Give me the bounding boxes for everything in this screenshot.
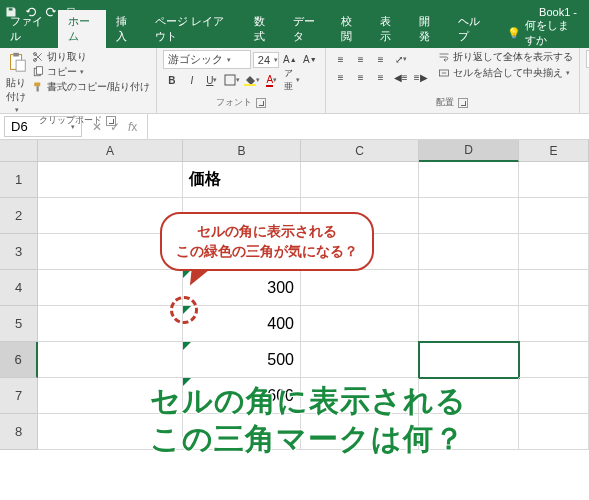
cell-d1[interactable] [419, 162, 519, 198]
font-size-value: 24 [258, 54, 270, 66]
group-font: 游ゴシック▾ 24▾ A▲ A▼ B I U▾ ▾ ▾ A▾ ア亜▾ フォント [157, 48, 326, 113]
paste-dropdown-icon[interactable]: ▾ [15, 106, 19, 114]
row-header-5[interactable]: 5 [0, 306, 38, 342]
col-header-c[interactable]: C [301, 140, 419, 162]
paste-button[interactable]: 貼り付け ▾ [6, 50, 28, 114]
cell-a4[interactable] [38, 270, 183, 306]
copy-dropdown-icon[interactable]: ▾ [80, 68, 84, 76]
align-left-button[interactable]: ≡ [332, 68, 350, 86]
group-alignment: ≡ ≡ ≡ ⤢▾ ≡ ≡ ≡ ◀≡ ≡▶ 折り返して全体を表示する [326, 48, 580, 113]
tab-developer[interactable]: 開発 [409, 10, 448, 48]
underline-button[interactable]: U▾ [203, 71, 221, 89]
italic-button[interactable]: I [183, 71, 201, 89]
clipboard-dialog-launcher[interactable] [106, 116, 116, 126]
align-center-button[interactable]: ≡ [352, 68, 370, 86]
tab-data[interactable]: データ [283, 10, 331, 48]
callout-bubble: セルの角に表示される この緑色の三角が気になる？ [160, 212, 374, 271]
align-right-button[interactable]: ≡ [372, 68, 390, 86]
cell-a6[interactable] [38, 342, 183, 378]
alignment-dialog-launcher[interactable] [458, 98, 468, 108]
wrap-text-button[interactable]: 折り返して全体を表示する [438, 50, 573, 64]
cell-a5[interactable] [38, 306, 183, 342]
cell-a1[interactable] [38, 162, 183, 198]
lightbulb-icon: 💡 [507, 27, 521, 40]
orientation-button[interactable]: ⤢▾ [392, 50, 410, 68]
row-header-8[interactable]: 8 [0, 414, 38, 450]
cell-b6-value: 500 [267, 351, 294, 369]
cell-b5[interactable]: 400 [183, 306, 301, 342]
tab-page-layout[interactable]: ページ レイアウト [145, 10, 244, 48]
tab-formulas[interactable]: 数式 [244, 10, 283, 48]
font-name-select[interactable]: 游ゴシック▾ [163, 50, 251, 69]
cell-b6[interactable]: 500 [183, 342, 301, 378]
cell-d6[interactable] [419, 342, 519, 378]
col-header-e[interactable]: E [519, 140, 589, 162]
cell-e2[interactable] [519, 198, 589, 234]
tab-insert[interactable]: 挿入 [106, 10, 145, 48]
cell-e6[interactable] [519, 342, 589, 378]
tell-me-search[interactable]: 💡 何をしますか [497, 18, 589, 48]
overlay-headline: セルの角に表示される この三角マークは何？ [150, 382, 467, 457]
cell-d3[interactable] [419, 234, 519, 270]
cell-e3[interactable] [519, 234, 589, 270]
bold-button[interactable]: B [163, 71, 181, 89]
cell-c4[interactable] [301, 270, 419, 306]
font-dialog-launcher[interactable] [256, 98, 266, 108]
bucket-icon [244, 74, 256, 86]
cell-b4-value: 300 [267, 279, 294, 297]
tab-view[interactable]: 表示 [370, 10, 409, 48]
cell-d5[interactable] [419, 306, 519, 342]
decrease-indent-button[interactable]: ◀≡ [392, 68, 410, 86]
cell-c5[interactable] [301, 306, 419, 342]
cell-c1[interactable] [301, 162, 419, 198]
cell-c6[interactable] [301, 342, 419, 378]
row-header-1[interactable]: 1 [0, 162, 38, 198]
group-number: 標準▾ ¥▾ % , [580, 48, 589, 113]
merge-icon [438, 67, 450, 79]
row-header-3[interactable]: 3 [0, 234, 38, 270]
align-bottom-button[interactable]: ≡ [372, 50, 390, 68]
col-header-b[interactable]: B [183, 140, 301, 162]
tab-review[interactable]: 校閲 [331, 10, 370, 48]
col-header-d[interactable]: D [419, 140, 519, 162]
highlight-circle [170, 296, 198, 324]
font-name-value: 游ゴシック [168, 52, 223, 67]
row-header-7[interactable]: 7 [0, 378, 38, 414]
tab-file[interactable]: ファイル [0, 10, 58, 48]
cell-e7[interactable] [519, 378, 589, 414]
cell-d4[interactable] [419, 270, 519, 306]
cut-button[interactable]: 切り取り [32, 50, 150, 64]
cell-b1[interactable]: 価格 [183, 162, 301, 198]
cell-e4[interactable] [519, 270, 589, 306]
font-size-select[interactable]: 24▾ [253, 52, 279, 68]
alignment-group-label: 配置 [436, 96, 454, 109]
tab-help[interactable]: ヘルプ [448, 10, 496, 48]
cell-d2[interactable] [419, 198, 519, 234]
border-button[interactable]: ▾ [223, 71, 241, 89]
paste-label: 貼り付け [6, 76, 28, 104]
cell-e8[interactable] [519, 414, 589, 450]
col-header-a[interactable]: A [38, 140, 183, 162]
increase-indent-button[interactable]: ≡▶ [412, 68, 430, 86]
select-all-corner[interactable] [0, 140, 38, 162]
decrease-font-button[interactable]: A▼ [301, 51, 319, 69]
formula-bar[interactable] [147, 114, 589, 139]
align-top-button[interactable]: ≡ [332, 50, 350, 68]
font-color-button[interactable]: A▾ [263, 71, 281, 89]
row-header-6[interactable]: 6 [0, 342, 38, 378]
format-painter-button[interactable]: 書式のコピー/貼り付け [32, 80, 150, 94]
fill-color-button[interactable]: ▾ [243, 71, 261, 89]
copy-button[interactable]: コピー ▾ [32, 65, 150, 79]
cell-e5[interactable] [519, 306, 589, 342]
tab-home[interactable]: ホーム [58, 10, 106, 48]
row-header-2[interactable]: 2 [0, 198, 38, 234]
merge-center-button[interactable]: セルを結合して中央揃え ▾ [438, 66, 573, 80]
phonetic-button[interactable]: ア亜▾ [283, 71, 301, 89]
increase-font-button[interactable]: A▲ [281, 51, 299, 69]
align-middle-button[interactable]: ≡ [352, 50, 370, 68]
overlay-line2: この三角マークは何？ [150, 420, 467, 458]
group-clipboard: 貼り付け ▾ 切り取り コピー ▾ 書式のコピー/貼り付け クリップボード [0, 48, 157, 113]
ribbon: 貼り付け ▾ 切り取り コピー ▾ 書式のコピー/貼り付け クリップボード 游ゴ… [0, 48, 589, 114]
row-header-4[interactable]: 4 [0, 270, 38, 306]
cell-e1[interactable] [519, 162, 589, 198]
